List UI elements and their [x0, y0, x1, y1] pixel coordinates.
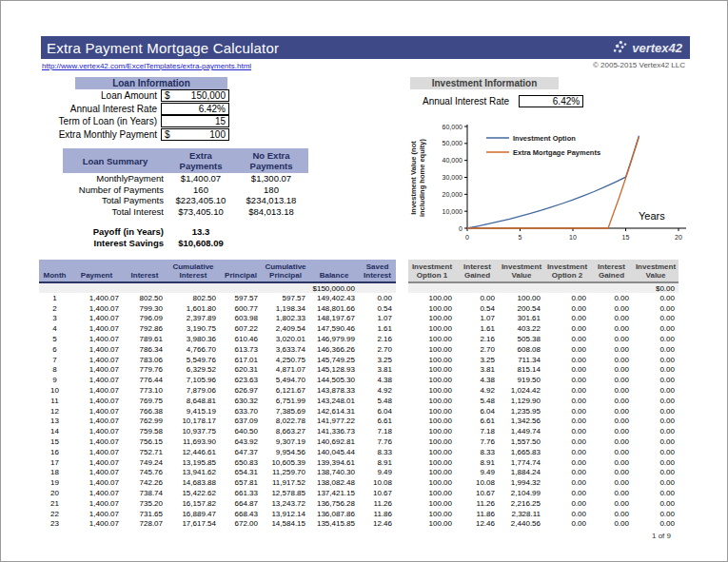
cell: 0.00 [544, 477, 590, 488]
cell: 8,022.78 [262, 417, 309, 427]
total-interest-extra: $73,405.10 [167, 206, 234, 217]
no-extra-payments-column-header: No Extra Payments [234, 148, 308, 173]
template-url-link[interactable]: http://www.vertex42.com/ExcelTemplates/e… [42, 62, 251, 70]
column-header: SavedInterest [359, 260, 396, 282]
cell: 0.00 [590, 468, 633, 478]
summary-row: MonthlyPayment $1,400.07 $1,300.07 [63, 173, 308, 184]
cell: 0.00 [633, 396, 679, 406]
cell [396, 498, 408, 509]
cell: 1,400.07 [70, 417, 123, 427]
vertex42-logo[interactable]: vertex42 [613, 41, 682, 55]
cell: 3,980.36 [167, 334, 220, 344]
cell: 600.77 [220, 303, 262, 314]
cell: 1,342.56 [499, 417, 544, 427]
table-row: 191,400.07742.2614,683.88657.8111,917.52… [39, 477, 679, 488]
cell: 0.00 [544, 436, 590, 447]
summary-row: Total Interest $73,405.10 $84,013.18 [63, 206, 308, 218]
cell: 8 [39, 365, 70, 376]
cell: 8.91 [359, 457, 396, 468]
cell: 711.34 [499, 355, 544, 365]
column-header: Balance [309, 260, 359, 282]
page-title: Extra Payment Mortgage Calculator [47, 40, 279, 56]
cell: 0.00 [544, 519, 590, 530]
table-row: 201,400.07738.7415,422.62661.3312,578.85… [39, 488, 679, 498]
cell: 1.61 [359, 323, 396, 334]
loan-term-row: Term of Loan (in Years) 15 [41, 115, 229, 128]
cell: 802.50 [167, 293, 220, 303]
cell: 100.00 [408, 488, 456, 498]
cell: 7,385.69 [262, 406, 309, 417]
cell: 100.00 [408, 344, 456, 355]
table-row: 211,400.07735.2016,157.82664.8713,243.72… [39, 498, 679, 509]
cell: 650.83 [220, 457, 262, 468]
cell: 2.16 [456, 334, 499, 344]
cell: 773.10 [123, 385, 167, 396]
cell: 141,336.73 [309, 426, 359, 436]
cell: 141,977.22 [309, 417, 359, 427]
cell: 0.00 [590, 509, 633, 519]
interest-rate-label: Annual Interest Rate [41, 104, 161, 114]
cell: 0.00 [544, 396, 590, 406]
cell: 137,421.15 [309, 488, 359, 498]
cell: 7.18 [359, 426, 396, 436]
interest-rate-input[interactable]: 6.42% [161, 103, 229, 115]
extra-payment-row: Extra Monthly Payment $ 100 [41, 128, 229, 142]
cell: 7.76 [456, 436, 499, 447]
cell: 143,878.33 [309, 385, 359, 396]
copyright-text: © 2005-2015 Vertex42 LLC [593, 61, 685, 69]
loan-information-header: Loan Information [75, 77, 227, 89]
loan-term-label: Term of Loan (in Years) [41, 116, 161, 126]
cell: 8,648.81 [167, 396, 220, 406]
investment-rate-input[interactable]: 6.42% [519, 95, 583, 107]
cell: 0.00 [590, 323, 633, 334]
cell: 149,402.43 [309, 293, 359, 303]
cell: 647.37 [220, 447, 262, 457]
cell: 617.01 [220, 355, 262, 365]
cell: 731.65 [123, 509, 167, 519]
cell: 0.00 [544, 488, 590, 498]
loan-amount-row: Loan Amount $ 150,000 [41, 89, 229, 103]
num-payments-noextra: 180 [234, 184, 308, 195]
loan-summary-header-row: Loan Summary Extra Payments No Extra Pay… [63, 148, 308, 173]
interest-savings-row: Interest Savings $10,608.09 [63, 238, 308, 249]
extra-payment-input[interactable]: $ 100 [161, 128, 229, 141]
total-interest-label: Total Interest [63, 206, 167, 217]
cell: 643.92 [220, 436, 262, 447]
cell: 100.00 [408, 436, 456, 447]
loan-amount-input[interactable]: $ 150,000 [161, 89, 229, 102]
cell: 9.49 [456, 468, 499, 478]
cell: 16,157.82 [167, 498, 220, 509]
cell: 766.38 [123, 406, 167, 417]
spacer [396, 260, 408, 282]
cell: 637.09 [220, 417, 262, 427]
cell: 14 [39, 426, 70, 436]
cell: 3,020.01 [262, 334, 309, 344]
column-header: InterestGained [590, 260, 633, 282]
cell: 100.00 [408, 375, 456, 385]
cell: 17,617.54 [167, 519, 220, 530]
cell [123, 282, 167, 293]
cell: 7,879.06 [167, 385, 220, 396]
investment-information-header: Investment Information [410, 77, 559, 89]
cell: 100.00 [408, 323, 456, 334]
cell: 1,400.07 [70, 519, 123, 530]
loan-term-input[interactable]: 15 [161, 115, 229, 127]
monthly-payment-extra: $1,400.07 [167, 173, 234, 184]
cell: 792.86 [123, 323, 167, 334]
cell: 0.00 [544, 417, 590, 427]
cell: 0.00 [633, 334, 679, 344]
cell: 0.00 [544, 365, 590, 376]
cell: 13 [39, 417, 70, 427]
cell: 4.38 [359, 375, 396, 385]
table-row: 141,400.07759.5810,937.75640.508,663.271… [39, 426, 679, 436]
table-row: 171,400.07749.2413,195.85650.8310,605.39… [39, 457, 679, 468]
cell: 10,937.75 [167, 426, 220, 436]
title-bar: Extra Payment Mortgage Calculator vertex… [41, 36, 690, 59]
cell: 3.81 [359, 365, 396, 376]
cell: 146,366.26 [309, 344, 359, 355]
cell: 100.00 [408, 447, 456, 457]
cell: 1,400.07 [70, 323, 123, 334]
cell: 6.61 [456, 417, 499, 427]
cell: 0.00 [633, 426, 679, 436]
cell: 100.00 [408, 293, 456, 303]
